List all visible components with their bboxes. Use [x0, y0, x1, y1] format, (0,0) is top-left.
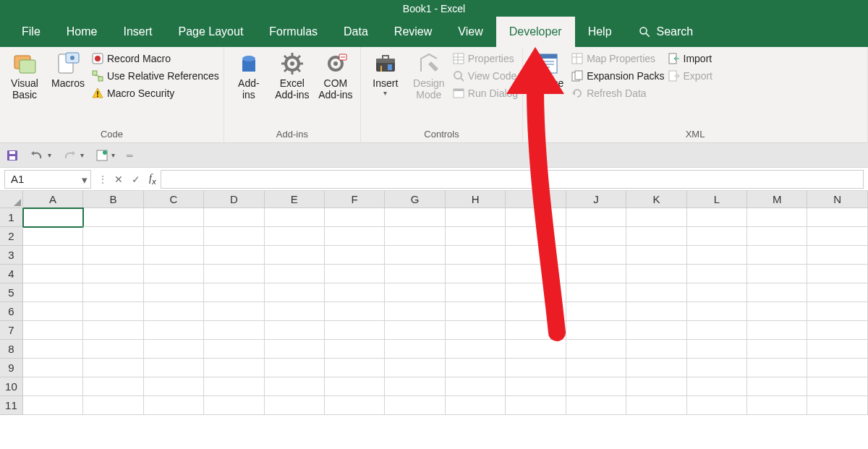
column-header[interactable]: M [747, 191, 807, 208]
cell[interactable] [83, 246, 143, 265]
cell[interactable] [687, 302, 747, 321]
cell[interactable] [506, 283, 566, 302]
cell[interactable] [446, 283, 506, 302]
cell[interactable] [144, 396, 204, 415]
source-button[interactable]: Source [527, 48, 568, 89]
column-header[interactable]: K [626, 191, 686, 208]
cell[interactable] [385, 321, 445, 340]
cell[interactable] [385, 265, 445, 283]
use-relative-button[interactable]: Use Relative References [91, 67, 219, 85]
customize-qat-button[interactable]: ═ [127, 150, 133, 161]
cell[interactable] [325, 246, 385, 265]
tab-formulas[interactable]: Formulas [256, 17, 331, 47]
cell[interactable] [23, 302, 83, 321]
redo-button[interactable]: ▾ [63, 150, 84, 161]
row-header[interactable]: 1 [0, 208, 23, 227]
cell[interactable] [747, 208, 807, 227]
design-mode-button[interactable]: DesignMode [409, 48, 449, 101]
cell[interactable] [506, 359, 566, 377]
cell[interactable] [807, 283, 867, 302]
cell[interactable] [446, 321, 506, 340]
cell[interactable] [144, 302, 204, 321]
tab-file[interactable]: File [9, 17, 54, 47]
touch-mode-button[interactable]: ▾ [95, 149, 115, 162]
cell[interactable] [325, 302, 385, 321]
cell[interactable] [807, 227, 867, 246]
cell[interactable] [626, 321, 686, 340]
enter-formula-button[interactable]: ✓ [127, 174, 145, 185]
cell[interactable] [83, 377, 143, 396]
cell[interactable] [566, 227, 626, 246]
cell[interactable] [446, 359, 506, 377]
cell[interactable] [506, 302, 566, 321]
cell[interactable] [144, 283, 204, 302]
cell[interactable] [506, 265, 566, 283]
cell[interactable] [747, 302, 807, 321]
cell[interactable] [325, 321, 385, 340]
cell[interactable] [566, 283, 626, 302]
cell[interactable] [23, 246, 83, 265]
formula-input[interactable] [161, 170, 864, 189]
cell[interactable] [506, 246, 566, 265]
undo-button[interactable]: ▾ [30, 150, 51, 161]
cell[interactable] [807, 246, 867, 265]
cell[interactable] [687, 265, 747, 283]
row-header[interactable]: 7 [0, 321, 23, 340]
cell[interactable] [144, 227, 204, 246]
cell[interactable] [807, 208, 867, 227]
export-button[interactable]: Export [668, 67, 712, 85]
tab-insert[interactable]: Insert [110, 17, 165, 47]
cell[interactable] [325, 227, 385, 246]
cell[interactable] [566, 321, 626, 340]
properties-button[interactable]: Properties [452, 50, 518, 67]
cell[interactable] [506, 377, 566, 396]
row-header[interactable]: 2 [0, 227, 23, 246]
view-code-button[interactable]: View Code [452, 67, 518, 85]
column-header[interactable]: B [83, 191, 143, 208]
cell[interactable] [747, 321, 807, 340]
cell[interactable] [204, 377, 264, 396]
cell[interactable] [265, 265, 325, 283]
column-header[interactable]: J [566, 191, 626, 208]
cell[interactable] [325, 265, 385, 283]
tab-developer[interactable]: Developer [496, 17, 575, 47]
cell[interactable] [446, 377, 506, 396]
cell[interactable] [83, 340, 143, 359]
cell[interactable] [446, 246, 506, 265]
cancel-formula-button[interactable]: ✕ [110, 174, 127, 185]
cell[interactable] [265, 246, 325, 265]
cell[interactable] [506, 340, 566, 359]
cell[interactable] [204, 396, 264, 415]
cell[interactable] [807, 377, 867, 396]
cell[interactable] [325, 208, 385, 227]
cell[interactable] [385, 302, 445, 321]
cell[interactable] [83, 321, 143, 340]
cell[interactable] [747, 340, 807, 359]
cell[interactable] [446, 340, 506, 359]
row-header[interactable]: 4 [0, 265, 23, 283]
column-header[interactable]: N [807, 191, 867, 208]
column-header[interactable]: I [506, 191, 566, 208]
cell[interactable] [83, 208, 143, 227]
map-properties-button[interactable]: Map Properties [571, 50, 664, 67]
cell[interactable] [23, 208, 83, 227]
tab-view[interactable]: View [445, 17, 495, 47]
cell[interactable] [83, 265, 143, 283]
cell[interactable] [747, 227, 807, 246]
cell[interactable] [144, 208, 204, 227]
cell[interactable] [687, 283, 747, 302]
row-header[interactable]: 3 [0, 246, 23, 265]
cell[interactable] [325, 396, 385, 415]
cell[interactable] [204, 302, 264, 321]
cell[interactable] [807, 340, 867, 359]
cell[interactable] [265, 321, 325, 340]
cell[interactable] [204, 265, 264, 283]
row-header[interactable]: 8 [0, 340, 23, 359]
cell[interactable] [385, 208, 445, 227]
row-header[interactable]: 11 [0, 396, 23, 415]
tab-page-layout[interactable]: Page Layout [165, 17, 256, 47]
cell[interactable] [506, 321, 566, 340]
row-header[interactable]: 6 [0, 302, 23, 321]
cell[interactable] [265, 377, 325, 396]
cell[interactable] [23, 321, 83, 340]
